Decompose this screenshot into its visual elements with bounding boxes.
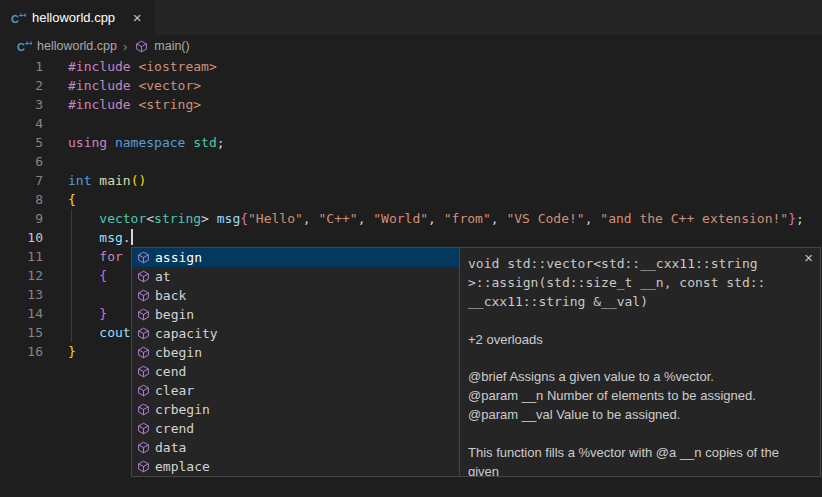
method-icon — [135, 421, 151, 437]
suggest-item-emplace[interactable]: emplace — [132, 457, 459, 476]
line-number: 4 — [0, 114, 43, 133]
suggest-item-data[interactable]: data — [132, 438, 459, 457]
code-line[interactable]: 1#include <iostream> — [0, 57, 822, 76]
close-icon[interactable]: × — [804, 249, 813, 266]
doc-line — [468, 424, 810, 443]
docs-signature: void std::vector<std::__cxx11::string>::… — [468, 254, 810, 311]
line-number: 15 — [0, 323, 43, 342]
suggest-item-crend[interactable]: crend — [132, 419, 459, 438]
line-number: 10 — [0, 228, 43, 247]
suggest-item-label: data — [155, 440, 186, 455]
suggest-item-capacity[interactable]: capacity — [132, 324, 459, 343]
code-text: int main() — [43, 171, 146, 190]
line-number: 6 — [0, 152, 43, 171]
suggest-item-label: back — [155, 288, 186, 303]
svg-text:C: C — [17, 41, 25, 53]
suggest-item-label: crend — [155, 421, 194, 436]
method-icon — [135, 307, 151, 323]
method-icon — [133, 38, 149, 54]
code-text: for — [43, 247, 131, 266]
method-icon — [135, 269, 151, 285]
cpp-file-icon: C++ — [16, 38, 32, 54]
chevron-right-icon: › — [122, 39, 128, 54]
code-line[interactable]: 10 msg. — [0, 228, 822, 247]
code-text: cout — [43, 323, 131, 342]
code-text: #include <iostream> — [43, 57, 217, 76]
line-number: 14 — [0, 304, 43, 323]
tab-title: helloworld.cpp — [32, 10, 115, 25]
method-icon — [135, 440, 151, 456]
suggest-item-clear[interactable]: clear — [132, 381, 459, 400]
code-line[interactable]: 9 vector<string> msg{"Hello", "C++", "Wo… — [0, 209, 822, 228]
suggest-item-label: cend — [155, 364, 186, 379]
svg-text:++: ++ — [19, 12, 26, 19]
suggest-item-at[interactable]: at — [132, 267, 459, 286]
method-icon — [135, 250, 151, 266]
docs-overloads[interactable]: +2 overloads — [468, 330, 810, 349]
code-line[interactable]: 5using namespace std; — [0, 133, 822, 152]
suggest-item-cend[interactable]: cend — [132, 362, 459, 381]
suggest-item-begin[interactable]: begin — [132, 305, 459, 324]
cpp-file-icon: C++ — [10, 10, 26, 26]
suggest-item-label: assign — [155, 250, 202, 265]
code-text: { — [43, 190, 76, 209]
code-text: #include <vector> — [43, 76, 201, 95]
breadcrumb-file[interactable]: helloworld.cpp — [37, 39, 117, 53]
line-number: 8 — [0, 190, 43, 209]
line-number: 16 — [0, 342, 43, 361]
line-number: 13 — [0, 285, 43, 304]
suggest-item-crbegin[interactable]: crbegin — [132, 400, 459, 419]
code-text: msg. — [43, 228, 133, 247]
code-editor[interactable]: 1#include <iostream>2#include <vector>3#… — [0, 57, 822, 497]
line-number: 9 — [0, 209, 43, 228]
signature-line: void std::vector<std::__cxx11::string — [468, 254, 810, 273]
code-line[interactable]: 3#include <string> — [0, 95, 822, 114]
code-text — [43, 285, 68, 304]
code-text: } — [43, 304, 107, 323]
method-icon — [135, 402, 151, 418]
suggest-item-label: cbegin — [155, 345, 202, 360]
signature-line: __cxx11::string &__val) — [468, 292, 810, 311]
docs-body: @brief Assigns a given value to a %vecto… — [468, 367, 810, 477]
code-text — [43, 152, 68, 171]
code-line[interactable]: 8{ — [0, 190, 822, 209]
line-number: 11 — [0, 247, 43, 266]
code-line[interactable]: 4 — [0, 114, 822, 133]
code-line[interactable]: 7int main() — [0, 171, 822, 190]
svg-text:C: C — [11, 12, 19, 24]
signature-line: >::assign(std::size_t __n, const std:: — [468, 273, 810, 292]
suggest-item-assign[interactable]: assign — [132, 248, 459, 267]
tab-bar: C++ helloworld.cpp × — [0, 0, 822, 35]
code-text: using namespace std; — [43, 133, 225, 152]
suggest-item-label: clear — [155, 383, 194, 398]
suggest-docs-panel: × void std::vector<std::__cxx11::string>… — [459, 247, 821, 477]
suggest-item-cbegin[interactable]: cbegin — [132, 343, 459, 362]
tab-helloworld-cpp[interactable]: C++ helloworld.cpp × — [0, 0, 155, 35]
indent-guide — [71, 209, 72, 342]
code-line[interactable]: 2#include <vector> — [0, 76, 822, 95]
suggest-item-label: at — [155, 269, 171, 284]
suggest-item-label: begin — [155, 307, 194, 322]
breadcrumb: C++ helloworld.cpp › main() — [0, 35, 822, 57]
doc-line: @param __val Value to be assigned. — [468, 405, 810, 424]
line-number: 3 — [0, 95, 43, 114]
breadcrumb-symbol[interactable]: main() — [154, 39, 189, 53]
tab-close-icon[interactable]: × — [129, 9, 145, 26]
doc-line: @brief Assigns a given value to a %vecto… — [468, 367, 810, 386]
method-icon — [135, 459, 151, 475]
suggest-widget: assignatbackbegincapacitycbegincendclear… — [131, 247, 821, 477]
code-text: } — [43, 342, 76, 361]
code-text: vector<string> msg{"Hello", "C++", "Worl… — [43, 209, 804, 228]
code-line[interactable]: 6 — [0, 152, 822, 171]
method-icon — [135, 383, 151, 399]
line-number: 2 — [0, 76, 43, 95]
suggest-item-label: crbegin — [155, 402, 210, 417]
method-icon — [135, 326, 151, 342]
suggest-list[interactable]: assignatbackbegincapacitycbegincendclear… — [131, 247, 460, 477]
suggest-item-label: emplace — [155, 459, 210, 474]
code-text: #include <string> — [43, 95, 201, 114]
code-text — [43, 114, 68, 133]
suggest-item-back[interactable]: back — [132, 286, 459, 305]
method-icon — [135, 364, 151, 380]
code-text: { — [43, 266, 107, 285]
